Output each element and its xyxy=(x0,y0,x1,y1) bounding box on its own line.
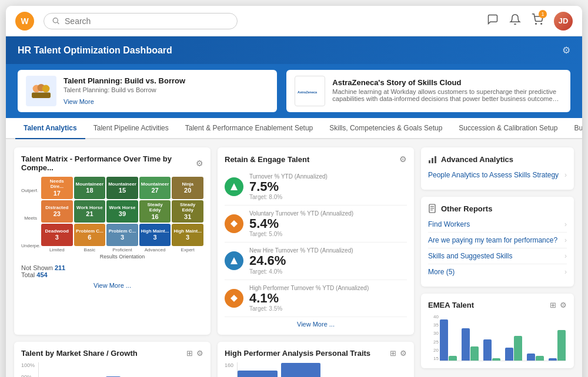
metric-target-4: Target: 3.5% xyxy=(249,305,407,312)
tab-succession-setup[interactable]: Succession & Calibration Setup xyxy=(450,118,566,139)
cell-name-3-5: High Maint... xyxy=(173,229,202,234)
reports-icon xyxy=(428,204,437,213)
matrix-stats: Not Shown 211 Total 454 xyxy=(21,264,203,278)
cell-num-3-2: 6 xyxy=(76,234,104,241)
market-filter-icon[interactable]: ⊞ xyxy=(186,349,193,358)
market-y-100: 100% xyxy=(21,362,35,368)
promo-content-2: AstraZeneca's Story of Skills Cloud Mach… xyxy=(332,78,562,105)
cell-name-3-1: Deadwood xyxy=(43,229,71,234)
svg-line-1 xyxy=(58,22,59,24)
promo-banner: Talent Planning: Build vs. Borrow Talent… xyxy=(6,64,582,118)
matrix-cell-1-3[interactable]: Mountaineer 15 xyxy=(106,177,138,199)
svg-rect-13 xyxy=(429,160,430,163)
promo-card-1: Talent Planning: Build vs. Borrow Talent… xyxy=(18,70,277,112)
matrix-cell-2-1[interactable]: Distracted 23 xyxy=(41,200,73,223)
metric-icon-4 xyxy=(225,289,243,308)
matrix-cell-2-2[interactable]: Work Horse 21 xyxy=(74,200,106,223)
market-chart-area: 100% 90% 80% 70% 60% xyxy=(21,362,203,377)
analytics-link-1[interactable]: People Analytics to Assess Skills Strate… xyxy=(428,167,567,183)
workday-logo[interactable]: W xyxy=(15,12,34,31)
tab-business-rules[interactable]: Business Rules xyxy=(566,118,582,139)
matrix-cell-2-3[interactable]: Work Horse 39 xyxy=(106,200,138,223)
search-bar[interactable] xyxy=(44,13,238,29)
bell-icon[interactable] xyxy=(509,14,521,28)
matrix-cell-1-5[interactable]: Ninja 20 xyxy=(172,177,203,199)
chevron-right-icon-r3: › xyxy=(564,252,567,260)
dashboard-title: HR Talent Optimization Dashboard xyxy=(18,45,172,56)
report-link-1[interactable]: Find Workers › xyxy=(428,217,567,233)
tab-performance-setup[interactable]: Talent & Performance Enablement Setup xyxy=(177,118,321,139)
tab-talent-analytics[interactable]: Talent Analytics xyxy=(15,118,85,139)
retain-engage-card: Retain & Engage Talent ⚙ Turnover % YTD … xyxy=(218,147,414,335)
main-content: Talent Matrix - Performance Over Time by… xyxy=(6,139,582,377)
tab-pipeline[interactable]: Talent Pipeline Activities xyxy=(85,118,177,139)
total-value: 454 xyxy=(36,271,47,278)
hp-y-160: 160 xyxy=(225,362,233,368)
x-label-basic: Basic xyxy=(74,247,106,253)
svg-rect-14 xyxy=(432,158,433,163)
matrix-container: Outperf. Meets Underpe. Needs Dire... 17… xyxy=(21,177,203,260)
metric-value-3: 24.6% xyxy=(249,254,407,268)
header-gear-icon[interactable]: ⚙ xyxy=(562,45,570,56)
talent-matrix-header: Talent Matrix - Performance Over Time by… xyxy=(21,154,203,172)
metric-target-2: Target: 5.0% xyxy=(249,231,407,237)
matrix-cell-3-2[interactable]: Problem C... 6 xyxy=(74,224,106,246)
cell-name-1-1: Needs Dire... xyxy=(43,179,71,190)
promo-card-2: AstraZeneca AstraZeneca's Story of Skill… xyxy=(286,70,570,112)
market-settings-icon[interactable]: ⚙ xyxy=(196,349,203,358)
cell-num-3-5: 3 xyxy=(173,234,202,241)
matrix-cell-3-4[interactable]: High Maint... 3 xyxy=(139,224,171,246)
emea-bar-1-blue xyxy=(440,319,448,361)
svg-point-3 xyxy=(541,23,542,25)
matrix-cell-2-4[interactable]: Steady Eddy 16 xyxy=(139,200,171,223)
retain-engage-view-more[interactable]: View More ... xyxy=(225,321,407,328)
cell-name-3-3: Problem C... xyxy=(108,229,136,234)
matrix-cell-2-5[interactable]: Steady Eddy 31 xyxy=(172,200,203,223)
cell-name-1-3: Mountaineer xyxy=(108,182,136,187)
talent-matrix-title: Talent Matrix - Performance Over Time by… xyxy=(21,154,196,172)
matrix-cell-1-1[interactable]: Needs Dire... 17 xyxy=(41,177,73,199)
matrix-cell-1-2[interactable]: Mountaineer 18 xyxy=(74,177,106,199)
row-label-outperf: Outperf. xyxy=(21,188,37,193)
emea-talent-header: EMEA Talent ⊞ ⚙ xyxy=(428,301,567,309)
emea-y-25: 25 xyxy=(428,339,439,345)
talent-matrix-view-more[interactable]: View More ... xyxy=(21,282,203,289)
chevron-right-icon-more: › xyxy=(564,268,567,276)
emea-bar-6-blue xyxy=(549,358,557,361)
report-link-more[interactable]: More (5) › xyxy=(428,264,567,280)
retain-engage-settings-icon[interactable]: ⚙ xyxy=(399,154,407,164)
metric-label-4: High Performer Turnover % YTD (Annualize… xyxy=(249,285,407,291)
cell-num-2-4: 16 xyxy=(141,213,169,220)
market-share-header: Talent by Market Share / Growth ⊞ ⚙ xyxy=(21,349,203,358)
matrix-row-2: Distracted 23 Work Horse 21 Work Horse 3… xyxy=(41,200,203,223)
high-performer-filter-icon[interactable]: ⊞ xyxy=(390,349,396,358)
chat-icon[interactable] xyxy=(487,14,499,28)
emea-settings-icon[interactable]: ⚙ xyxy=(560,301,567,309)
report-link-2[interactable]: Are we paying my team for performance? › xyxy=(428,233,567,248)
svg-marker-9 xyxy=(230,183,238,190)
market-y-90: 90% xyxy=(21,374,35,377)
search-input[interactable] xyxy=(65,16,229,26)
user-avatar[interactable]: JD xyxy=(554,12,573,31)
matrix-cell-1-4[interactable]: Mountaineer 27 xyxy=(139,177,171,199)
emea-bar-6-teal xyxy=(557,330,566,361)
high-performer-settings-icon[interactable]: ⚙ xyxy=(400,349,407,358)
cell-num-2-5: 31 xyxy=(173,213,202,220)
report-link-3[interactable]: Skills and Suggested Skills › xyxy=(428,248,567,264)
cart-icon[interactable]: 1 xyxy=(532,14,543,28)
matrix-cell-3-1[interactable]: Deadwood 3 xyxy=(41,224,73,246)
metric-info-3: New Hire Turnover % YTD (Annualized) 24.… xyxy=(249,247,407,274)
matrix-cell-3-5[interactable]: High Maint... 3 xyxy=(172,224,203,246)
cart-badge: 1 xyxy=(539,10,547,18)
chart-icon xyxy=(428,154,437,164)
hp-y-labels: 160 140 120 100 xyxy=(225,362,233,377)
emea-filter-icon[interactable]: ⊞ xyxy=(550,301,556,309)
tab-skills-setup[interactable]: Skills, Competencies & Goals Setup xyxy=(321,118,450,139)
emea-bar-2 xyxy=(462,328,479,361)
talent-matrix-settings-icon[interactable]: ⚙ xyxy=(196,159,203,168)
promo-description-2: Machine learning at Workday allows custo… xyxy=(332,88,562,102)
matrix-cell-3-3[interactable]: Problem C... 3 xyxy=(106,224,138,246)
row-label-underpe: Underpe. xyxy=(21,243,37,248)
cell-name-1-4: Mountaineer xyxy=(141,182,169,187)
promo-link-1[interactable]: View More xyxy=(64,98,94,105)
